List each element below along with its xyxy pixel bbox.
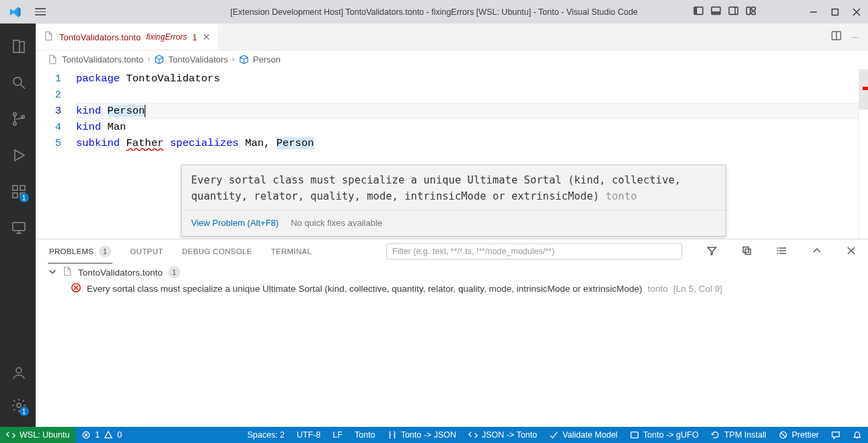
- tab-problems[interactable]: PROBLEMS1: [48, 239, 112, 264]
- status-encoding[interactable]: UTF-8: [291, 427, 326, 443]
- svg-rect-22: [13, 223, 25, 231]
- status-remote[interactable]: WSL: Ubuntu: [0, 427, 75, 443]
- minimap-error-marker[interactable]: [863, 87, 868, 90]
- status-tonto-gufo[interactable]: Tonto -> gUFO: [624, 427, 704, 443]
- activity-bar: 1 1: [0, 24, 36, 427]
- collapse-all-icon[interactable]: [742, 245, 752, 257]
- more-actions-icon[interactable]: ···: [851, 32, 859, 42]
- close-panel-icon[interactable]: [846, 246, 856, 257]
- tab-debug-console[interactable]: DEBUG CONSOLE: [180, 239, 253, 264]
- problems-error-location: [Ln 5, Col 9]: [674, 284, 723, 294]
- hover-tooltip: Every sortal class must specialize a uni…: [181, 165, 726, 237]
- extensions-badge: 1: [20, 193, 29, 202]
- svg-rect-1: [694, 7, 697, 15]
- problems-filename: TontoValidators.tonto: [78, 268, 163, 278]
- status-language[interactable]: Tonto: [349, 427, 382, 443]
- source-control-icon[interactable]: [2, 103, 34, 135]
- status-json-tonto[interactable]: JSON -> Tonto: [462, 427, 543, 443]
- run-debug-icon[interactable]: [2, 139, 34, 171]
- filter-icon[interactable]: [707, 245, 717, 257]
- svg-rect-29: [744, 247, 749, 253]
- status-eol[interactable]: LF: [326, 427, 349, 443]
- problems-filter-input[interactable]: Filter (e.g. text, **/*.ts, !**/node_mod…: [386, 243, 682, 259]
- hover-source: tonto: [600, 190, 637, 202]
- file-icon: [63, 266, 73, 278]
- bottom-panel: PROBLEMS1 OUTPUT DEBUG CONSOLE TERMINAL …: [36, 239, 868, 427]
- svg-point-26: [17, 403, 21, 407]
- tab-terminal[interactable]: TERMINAL: [270, 239, 314, 264]
- status-tpm-install[interactable]: TPM Install: [704, 427, 772, 443]
- package-icon: [154, 54, 164, 65]
- line-gutter: 1 2 3 4 5: [36, 68, 76, 239]
- svg-point-13: [13, 77, 22, 85]
- svg-point-15: [13, 113, 15, 116]
- search-icon[interactable]: [2, 67, 34, 99]
- svg-rect-19: [13, 193, 17, 198]
- status-prettier[interactable]: Prettier: [772, 427, 825, 443]
- tab-filename: TontoValidators.tonto: [59, 32, 141, 42]
- window-minimize-icon[interactable]: [809, 7, 818, 17]
- status-spaces[interactable]: Spaces: 2: [241, 427, 291, 443]
- tab-error-count: 1: [192, 32, 197, 42]
- explorer-icon[interactable]: [2, 30, 34, 63]
- svg-rect-6: [747, 7, 751, 15]
- problems-error-source: tonto: [648, 284, 668, 294]
- menu-icon[interactable]: [35, 8, 46, 15]
- layout-customize-icon[interactable]: [746, 5, 756, 18]
- tab-close-icon[interactable]: ✕: [203, 32, 211, 42]
- svg-rect-45: [631, 432, 639, 438]
- editor[interactable]: 1 2 3 4 5 package TontoValidators kind P…: [36, 68, 868, 239]
- view-problem-link[interactable]: View Problem (Alt+F8): [191, 215, 279, 231]
- svg-line-14: [21, 85, 25, 89]
- window-title: [Extension Development Host] TontoValida…: [230, 7, 638, 17]
- svg-point-34: [777, 247, 779, 249]
- svg-rect-8: [752, 12, 756, 15]
- svg-point-35: [777, 250, 779, 251]
- class-icon: [239, 54, 249, 65]
- problems-error-row[interactable]: Every sortal class must specialize a uni…: [48, 278, 856, 295]
- layout-panel-left-icon[interactable]: [693, 5, 704, 18]
- svg-rect-3: [712, 12, 721, 15]
- file-icon: [48, 54, 58, 65]
- problems-file-row[interactable]: TontoValidators.tonto 1: [48, 266, 856, 278]
- extensions-icon[interactable]: 1: [2, 175, 34, 208]
- tab-output[interactable]: OUTPUT: [129, 239, 164, 264]
- svg-rect-21: [20, 186, 25, 190]
- titlebar: [Extension Development Host] TontoValida…: [0, 0, 868, 24]
- breadcrumb-symbol: Person: [253, 54, 281, 65]
- view-as-list-icon[interactable]: [776, 245, 787, 257]
- svg-point-25: [16, 368, 22, 373]
- minimap[interactable]: [859, 68, 868, 239]
- svg-line-47: [781, 433, 785, 438]
- status-tonto-json[interactable]: Tonto -> JSON: [382, 427, 462, 443]
- split-editor-icon[interactable]: [831, 30, 842, 43]
- chevron-up-icon[interactable]: [811, 245, 822, 257]
- svg-rect-30: [746, 249, 751, 255]
- layout-panel-right-icon[interactable]: [728, 5, 739, 18]
- settings-gear-icon[interactable]: 1: [2, 389, 34, 421]
- window-close-icon[interactable]: [852, 7, 861, 17]
- tab-folder: fixingErrors: [146, 32, 187, 42]
- problems-file-count: 1: [168, 266, 180, 278]
- status-bell-icon[interactable]: [846, 427, 868, 443]
- file-icon: [44, 31, 54, 43]
- svg-point-16: [13, 122, 15, 125]
- settings-badge: 1: [20, 407, 29, 416]
- status-errors-warnings[interactable]: 1 0: [75, 427, 128, 443]
- error-icon: [71, 282, 81, 295]
- chevron-down-icon[interactable]: [48, 267, 57, 278]
- no-fixes-label: No quick fixes available: [291, 215, 382, 231]
- tab-tontovalidators[interactable]: TontoValidators.tonto fixingErrors 1 ✕: [36, 24, 219, 50]
- remote-explorer-icon[interactable]: [2, 212, 34, 244]
- status-bar: WSL: Ubuntu 1 0 Spaces: 2 UTF-8 LF Tonto…: [0, 427, 868, 443]
- status-feedback-icon[interactable]: [825, 427, 846, 443]
- window-maximize-icon[interactable]: [830, 7, 840, 17]
- svg-rect-7: [752, 7, 756, 11]
- status-validate[interactable]: Validate Model: [543, 427, 624, 443]
- editor-tabs: TontoValidators.tonto fixingErrors 1 ✕ ·…: [36, 24, 868, 50]
- breadcrumb[interactable]: TontoValidators.tonto › TontoValidators …: [36, 50, 868, 68]
- layout-panel-bottom-icon[interactable]: [711, 5, 721, 18]
- vscode-logo-icon: [9, 6, 22, 18]
- accounts-icon[interactable]: [2, 357, 34, 389]
- code-area[interactable]: package TontoValidators kind Person kind…: [76, 68, 859, 239]
